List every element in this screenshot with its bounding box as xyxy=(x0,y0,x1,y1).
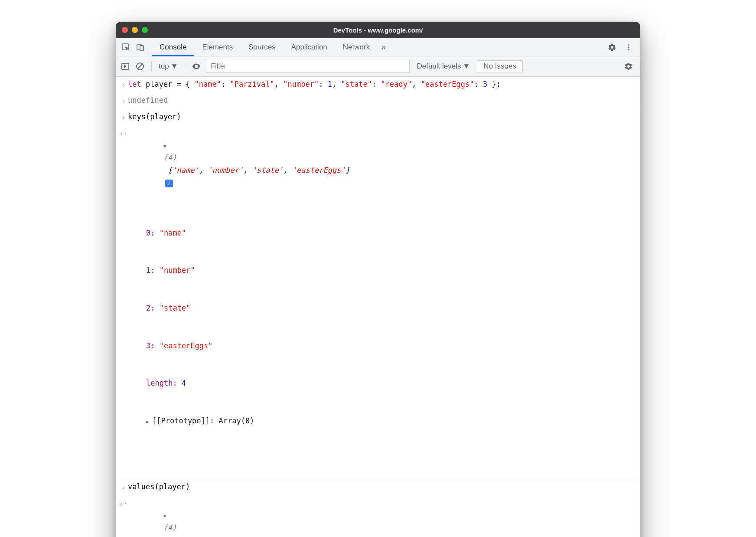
close-window-button[interactable] xyxy=(122,27,128,33)
chevron-down-icon: ▼ xyxy=(171,62,178,71)
console-input-text: keys(player) xyxy=(128,111,636,123)
array-index: 1 xyxy=(146,266,150,275)
console-output-row: ‹ undefined xyxy=(116,93,640,109)
expand-toggle-icon[interactable] xyxy=(163,139,169,152)
array-value: "name" xyxy=(160,229,186,237)
expand-toggle-icon[interactable] xyxy=(146,415,152,427)
clear-console-icon[interactable] xyxy=(135,61,145,72)
svg-point-5 xyxy=(628,49,629,50)
maximize-window-button[interactable] xyxy=(142,27,148,33)
svg-point-3 xyxy=(628,44,629,46)
settings-icon[interactable] xyxy=(605,40,619,55)
prototype-value: Array(0) xyxy=(219,416,254,425)
context-selector[interactable]: top ▼ xyxy=(158,62,179,71)
output-chevron-icon: ‹· xyxy=(119,127,128,140)
input-chevron-icon: › xyxy=(119,78,128,92)
titlebar: DevTools - www.google.com/ xyxy=(116,22,640,38)
issues-button[interactable]: No Issues xyxy=(477,60,523,72)
tabbar: Console Elements Sources Application Net… xyxy=(116,38,640,56)
array-index: 2 xyxy=(146,304,150,312)
log-level-selector[interactable]: Default levels ▼ xyxy=(414,62,472,71)
console-output-row: ‹· (4) ['Parzival', 1, 'ready', 3] i 0: … xyxy=(116,495,640,537)
svg-rect-2 xyxy=(140,46,143,51)
array-value: "state" xyxy=(160,304,191,312)
input-chevron-icon: › xyxy=(119,481,128,494)
chevron-down-icon: ▼ xyxy=(463,62,470,71)
array-index: 0 xyxy=(146,229,150,237)
traffic-lights xyxy=(122,27,148,33)
sidebar-toggle-icon[interactable] xyxy=(120,61,130,72)
array-value: "number" xyxy=(160,266,195,275)
svg-point-4 xyxy=(628,46,629,48)
array-value: "easterEggs" xyxy=(160,341,213,350)
array-summary: ['name', 'number', 'state', 'easterEggs'… xyxy=(163,166,350,174)
tab-elements[interactable]: Elements xyxy=(194,38,241,56)
devtools-window: DevTools - www.google.com/ Console Eleme… xyxy=(116,22,640,537)
array-index: 3 xyxy=(146,341,150,350)
console-toolbar: top ▼ Default levels ▼ No Issues xyxy=(116,56,640,77)
toolbar-separator xyxy=(185,62,185,71)
output-chevron-icon: ‹ xyxy=(119,94,128,108)
array-count: (4) xyxy=(163,523,177,532)
input-chevron-icon: › xyxy=(119,111,128,124)
array-count: (4) xyxy=(163,153,177,162)
toolbar-separator xyxy=(151,62,152,71)
console-settings-icon[interactable] xyxy=(621,59,636,74)
console-input-row[interactable]: › values(player) xyxy=(116,479,640,495)
filter-input[interactable] xyxy=(206,60,410,73)
console-input-text: values(player) xyxy=(128,481,636,493)
kebab-menu-icon[interactable] xyxy=(621,40,636,55)
tabs: Console Elements Sources Application Net… xyxy=(152,38,378,56)
tab-sources[interactable]: Sources xyxy=(241,38,283,56)
expand-toggle-icon[interactable] xyxy=(163,509,169,521)
console-output-object: (4) ['Parzival', 1, 'ready', 3] i 0: "Pa… xyxy=(128,497,636,537)
minimize-window-button[interactable] xyxy=(132,27,138,33)
tab-console[interactable]: Console xyxy=(152,38,194,56)
more-tabs-icon[interactable]: » xyxy=(378,42,389,52)
output-chevron-icon: ‹· xyxy=(119,497,128,510)
prototype-label: [[Prototype]] xyxy=(152,416,210,425)
console-output-row: ‹· (4) ['name', 'number', 'state', 'east… xyxy=(116,125,640,479)
tab-separator xyxy=(149,42,149,52)
live-expression-eye-icon[interactable] xyxy=(191,61,202,72)
levels-label: Default levels xyxy=(417,62,461,71)
console-body: › let player = { "name": "Parzival", "nu… xyxy=(116,77,640,537)
inspect-element-icon[interactable] xyxy=(118,40,133,55)
console-input-row[interactable]: › keys(player) xyxy=(116,109,640,125)
console-output-text: undefined xyxy=(128,94,636,107)
tab-network[interactable]: Network xyxy=(335,38,378,56)
context-label: top xyxy=(159,62,169,71)
info-icon[interactable]: i xyxy=(165,180,173,187)
tab-application[interactable]: Application xyxy=(284,38,335,56)
device-toggle-icon[interactable] xyxy=(133,40,148,55)
console-output-object: (4) ['name', 'number', 'state', 'easterE… xyxy=(128,127,636,478)
svg-line-8 xyxy=(137,64,143,69)
console-input-text: let player = { "name": "Parzival", "numb… xyxy=(128,78,636,91)
length-value: 4 xyxy=(182,379,186,387)
window-title: DevTools - www.google.com/ xyxy=(116,26,640,34)
console-input-row[interactable]: › let player = { "name": "Parzival", "nu… xyxy=(116,77,640,93)
length-key: length xyxy=(146,379,173,387)
